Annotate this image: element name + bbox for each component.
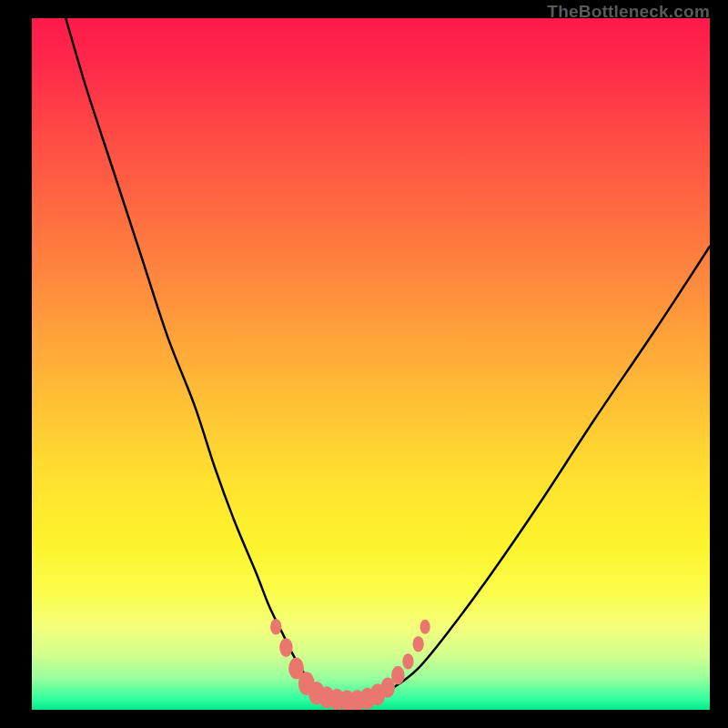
curve-marker <box>391 666 405 685</box>
curve-marker <box>420 620 430 634</box>
curve-marker <box>402 653 413 670</box>
chart-frame: TheBottleneck.com <box>0 0 728 728</box>
curve-markers <box>270 619 430 710</box>
curve-layer <box>32 18 710 710</box>
watermark-text: TheBottleneck.com <box>547 2 710 22</box>
curve-marker <box>413 636 424 652</box>
curve-marker <box>270 619 281 635</box>
bottleneck-curve <box>66 18 710 702</box>
plot-area <box>32 18 710 710</box>
curve-marker <box>279 638 293 657</box>
